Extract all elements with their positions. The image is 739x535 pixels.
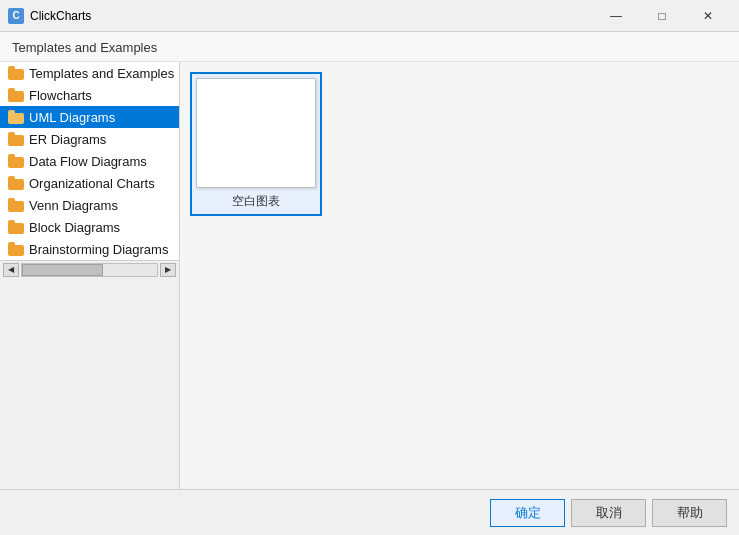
dialog-header: Templates and Examples [0,32,739,62]
template-card-blank[interactable]: 空白图表 [190,72,322,216]
content-area: 空白图表 [180,62,739,489]
sidebar-item-label: Data Flow Diagrams [29,154,147,169]
sidebar: Templates and ExamplesFlowchartsUML Diag… [0,62,180,260]
help-button[interactable]: 帮助 [652,499,727,527]
sidebar-item-venn[interactable]: Venn Diagrams [0,194,179,216]
confirm-button[interactable]: 确定 [490,499,565,527]
sidebar-item-templates[interactable]: Templates and Examples [0,62,179,84]
sidebar-item-orgcharts[interactable]: Organizational Charts [0,172,179,194]
sidebar-item-label: ER Diagrams [29,132,106,147]
sidebar-item-uml[interactable]: UML Diagrams [0,106,179,128]
titlebar-controls: — □ ✕ [593,0,731,32]
folder-icon [8,176,24,190]
sidebar-scrollbar[interactable]: ◀ ▶ [0,260,180,278]
folder-icon [8,66,24,80]
sidebar-item-label: Flowcharts [29,88,92,103]
folder-icon [8,220,24,234]
dialog-body: Templates and ExamplesFlowchartsUML Diag… [0,62,739,489]
sidebar-item-label: Brainstorming Diagrams [29,242,168,257]
folder-icon [8,132,24,146]
sidebar-item-label: Block Diagrams [29,220,120,235]
folder-icon [8,88,24,102]
cancel-button[interactable]: 取消 [571,499,646,527]
dialog-header-label: Templates and Examples [12,40,157,55]
sidebar-item-label: UML Diagrams [29,110,115,125]
app-icon: C [8,8,24,24]
scrollbar-thumb[interactable] [22,264,103,276]
titlebar: C ClickCharts — □ ✕ [0,0,739,32]
folder-icon [8,198,24,212]
sidebar-item-brainstorm[interactable]: Brainstorming Diagrams [0,238,179,260]
sidebar-item-label: Templates and Examples [29,66,174,81]
folder-icon [8,110,24,124]
sidebar-item-block[interactable]: Block Diagrams [0,216,179,238]
sidebar-item-label: Organizational Charts [29,176,155,191]
titlebar-title: ClickCharts [30,9,593,23]
scroll-left-button[interactable]: ◀ [3,263,19,277]
folder-icon [8,242,24,256]
close-button[interactable]: ✕ [685,0,731,32]
scroll-right-button[interactable]: ▶ [160,263,176,277]
template-thumbnail [196,78,316,188]
maximize-button[interactable]: □ [639,0,685,32]
minimize-button[interactable]: — [593,0,639,32]
dialog-footer: 确定 取消 帮助 [0,489,739,535]
sidebar-item-dataflow[interactable]: Data Flow Diagrams [0,150,179,172]
sidebar-item-label: Venn Diagrams [29,198,118,213]
scrollbar-track[interactable] [21,263,158,277]
folder-icon [8,154,24,168]
sidebar-item-er[interactable]: ER Diagrams [0,128,179,150]
dialog: Templates and Examples Templates and Exa… [0,32,739,535]
sidebar-item-flowcharts[interactable]: Flowcharts [0,84,179,106]
template-label: 空白图表 [232,193,280,210]
